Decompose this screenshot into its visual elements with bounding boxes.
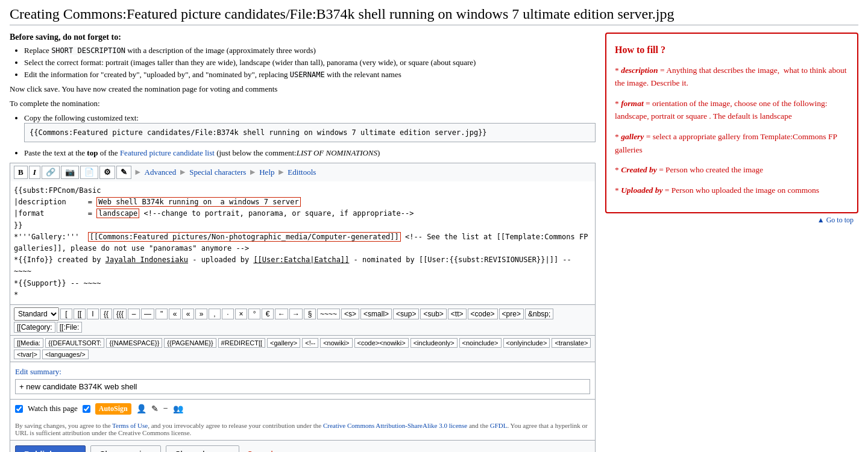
char-btn-quote[interactable]: " bbox=[156, 309, 168, 319]
how-to-uploaded-by: * Uploaded by = Person who uploaded the … bbox=[615, 184, 849, 197]
char-btn-nbsp[interactable]: &nbsp; bbox=[525, 309, 553, 319]
editor-line-3: |format = landscape <!--change to portra… bbox=[14, 208, 591, 219]
autosign-badge: AutoSign bbox=[95, 403, 131, 415]
page-title: Creating Commons:Featured picture candid… bbox=[10, 6, 858, 25]
char-btn-s[interactable]: <s> bbox=[341, 309, 359, 319]
complete-text: To complete the nomination: bbox=[10, 99, 596, 108]
file-button[interactable]: 📄 bbox=[80, 166, 98, 179]
cc-license-link[interactable]: Creative Commons Attribution-ShareAlike … bbox=[323, 422, 467, 429]
reference-button[interactable]: ⚙ bbox=[99, 166, 115, 179]
terms-link[interactable]: Terms of Use bbox=[112, 422, 148, 429]
go-to-top[interactable]: ▲ Go to top bbox=[605, 213, 858, 227]
gfdl-link[interactable]: GFDL bbox=[490, 422, 508, 429]
char-btn-larr[interactable]: ← bbox=[275, 309, 288, 319]
char-btn-sup[interactable]: <sup> bbox=[393, 309, 419, 319]
char2-gallery[interactable]: <gallery> bbox=[267, 338, 300, 348]
char-btn-sub[interactable]: <sub> bbox=[420, 309, 446, 319]
edit-summary-label: Edit summary: bbox=[15, 367, 590, 377]
now-click-text: Now click save. You have now created the… bbox=[10, 84, 596, 94]
editor-line-1: {{subst:FPCnom/Basic bbox=[14, 185, 591, 196]
char2-pagename[interactable]: {{PAGENAME}} bbox=[164, 338, 216, 348]
how-to-gallery: * gallery = select a appropriate gallery… bbox=[615, 130, 849, 156]
char2-redirect[interactable]: #REDIRECT[[ bbox=[218, 338, 265, 348]
char-btn-rarr[interactable]: → bbox=[289, 309, 303, 319]
editor-line-4: }} bbox=[14, 220, 591, 231]
publish-button[interactable]: Publish page bbox=[15, 445, 86, 452]
char2-code-nowiki[interactable]: <code><nowiki> bbox=[354, 338, 409, 348]
terms-row: By saving changes, you agree to the Term… bbox=[10, 418, 596, 440]
char-btn-pipe[interactable]: I bbox=[87, 309, 99, 319]
code-block: {{Commons:Featured picture candidates/Fi… bbox=[24, 123, 596, 142]
char2-languages[interactable]: <languages/> bbox=[42, 350, 89, 359]
toolbar-sep-2: ► bbox=[178, 168, 187, 177]
char-btn-raquo[interactable]: » bbox=[195, 309, 207, 319]
char2-defaultsort[interactable]: {{DEFAULTSORT: bbox=[45, 338, 104, 348]
image-button[interactable]: 📷 bbox=[61, 166, 79, 179]
char2-includeonly[interactable]: <includeonly> bbox=[410, 338, 458, 348]
show-preview-button[interactable]: Show preview bbox=[90, 445, 161, 452]
icon-plus-person: 👥 bbox=[173, 404, 183, 414]
watch-checkbox[interactable] bbox=[15, 405, 23, 413]
char-btn-sig[interactable]: ~~~~ bbox=[317, 309, 340, 319]
special-chars-row-1: Standard [ [[ I {{ {{{ – — " « « » , · ×… bbox=[10, 305, 596, 336]
edittools-link[interactable]: Edittools bbox=[288, 168, 316, 177]
char-btn-tt[interactable]: <tt> bbox=[448, 309, 467, 319]
char-btn-laquo2[interactable]: « bbox=[182, 309, 194, 319]
char-btn-euro[interactable]: € bbox=[262, 309, 274, 319]
featured-list-link[interactable]: Featured picture candidate list bbox=[120, 148, 215, 157]
char-btn-file[interactable]: [[:File: bbox=[57, 322, 83, 333]
bottom-buttons: Publish page Show preview Show changes C… bbox=[10, 440, 596, 452]
editor-toolbar: B I 🔗 📷 📄 ⚙ ✎ ► Advanced ► Special chara… bbox=[10, 163, 596, 181]
char-btn-category[interactable]: [[Category: bbox=[14, 322, 55, 333]
char-btn-endash[interactable]: – bbox=[128, 309, 140, 319]
autosign-checkbox[interactable] bbox=[83, 405, 90, 413]
show-changes-button[interactable]: Show changes bbox=[166, 445, 239, 452]
char-btn-bracket2[interactable]: [[ bbox=[74, 309, 86, 319]
char-btn-degree[interactable]: ° bbox=[248, 309, 260, 319]
char2-onlyinclude[interactable]: <onlyinclude> bbox=[503, 338, 550, 348]
edit-summary-section: Edit summary: bbox=[10, 362, 596, 400]
icon-minus: − bbox=[163, 404, 168, 413]
editor-area[interactable]: {{subst:FPCnom/Basic |description = Web … bbox=[10, 181, 596, 305]
char-select-dropdown[interactable]: Standard bbox=[14, 307, 59, 321]
special-chars-link[interactable]: Special characters bbox=[189, 168, 246, 177]
char-btn-sect[interactable]: § bbox=[304, 309, 316, 319]
help-link[interactable]: Help bbox=[259, 168, 274, 177]
advanced-link[interactable]: Advanced bbox=[145, 168, 177, 177]
before-saving-item-2: Select the correct format: portrait (ima… bbox=[24, 58, 596, 67]
char-btn-dbl-brace[interactable]: {{ bbox=[100, 309, 112, 319]
special-chars-row-2: [[Media: {{DEFAULTSORT: {{NAMESPACE}} {{… bbox=[10, 336, 596, 362]
char-btn-triple-brace[interactable]: {{{ bbox=[113, 309, 127, 319]
char2-translate[interactable]: <translate> bbox=[552, 338, 591, 348]
char2-tvar[interactable]: <tvar|> bbox=[14, 350, 40, 359]
toolbar-sep-4: ► bbox=[277, 168, 286, 177]
link-button[interactable]: 🔗 bbox=[42, 166, 60, 179]
cancel-button[interactable]: Cancel bbox=[244, 446, 275, 452]
copy-item: Copy the following customized text: {{Co… bbox=[24, 113, 596, 142]
bold-button[interactable]: B bbox=[14, 166, 28, 179]
watch-row: Watch this page AutoSign 👤 ✎ − 👥 bbox=[10, 400, 596, 418]
editor-line-8: * bbox=[14, 289, 591, 301]
italic-button[interactable]: I bbox=[29, 166, 40, 179]
char-btn-pre[interactable]: <pre> bbox=[499, 309, 524, 319]
char-btn-comma[interactable]: , bbox=[209, 309, 221, 319]
char2-noinclude[interactable]: <noinclude> bbox=[459, 338, 502, 348]
char2-namespace[interactable]: {{NAMESPACE}} bbox=[106, 338, 162, 348]
char2-nowiki[interactable]: <nowiki> bbox=[320, 338, 352, 348]
char-btn-times[interactable]: × bbox=[235, 309, 247, 319]
char-btn-small[interactable]: <small> bbox=[360, 309, 392, 319]
char-btn-code[interactable]: <code> bbox=[468, 309, 498, 319]
pencil-button[interactable]: ✎ bbox=[116, 166, 131, 179]
toolbar-sep-3: ► bbox=[248, 168, 257, 177]
how-to-description: * description = Anything that describes … bbox=[615, 64, 849, 90]
char-btn-laquo1[interactable]: « bbox=[169, 309, 181, 319]
editor-line-5: *'''Gallery:''' [[Commons:Featured pictu… bbox=[14, 231, 591, 254]
how-to-format: * format = orientation of the image, cho… bbox=[615, 97, 849, 123]
char2-comment[interactable]: <!-- bbox=[302, 338, 318, 348]
char2-media[interactable]: [[Media: bbox=[14, 338, 43, 348]
edit-summary-input[interactable] bbox=[15, 379, 590, 394]
char-btn-emdash[interactable]: — bbox=[141, 309, 154, 319]
watch-label: Watch this page bbox=[28, 404, 78, 413]
char-btn-middot[interactable]: · bbox=[222, 309, 234, 319]
char-btn-bracket1[interactable]: [ bbox=[60, 309, 72, 319]
